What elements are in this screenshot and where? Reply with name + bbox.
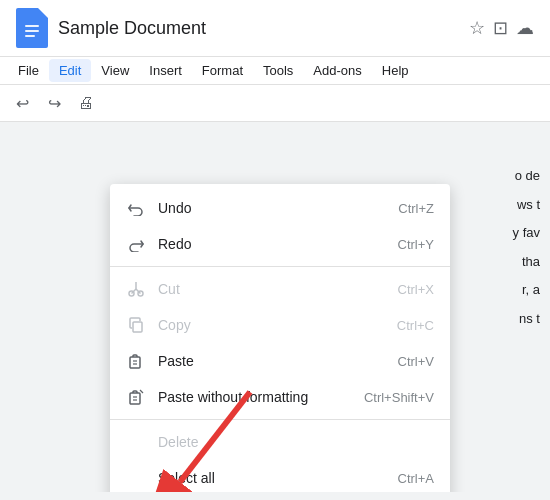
paste-shortcut: Ctrl+V <box>398 354 434 369</box>
star-icon[interactable]: ☆ <box>469 17 485 39</box>
cut-shortcut: Ctrl+X <box>398 282 434 297</box>
document-title: Sample Document <box>58 18 469 39</box>
paste-no-format-shortcut: Ctrl+Shift+V <box>364 390 434 405</box>
toolbar: ↩ ↪ 🖨 <box>0 85 550 122</box>
cut-icon <box>126 279 146 299</box>
cut-label: Cut <box>158 281 358 297</box>
menu-bar: File Edit View Insert Format Tools Add-o… <box>0 57 550 85</box>
copy-icon <box>126 315 146 335</box>
app-icon <box>16 8 48 48</box>
undo-menu-icon <box>126 198 146 218</box>
menu-format[interactable]: Format <box>192 59 253 82</box>
menu-tools[interactable]: Tools <box>253 59 303 82</box>
menu-help[interactable]: Help <box>372 59 419 82</box>
menu-insert[interactable]: Insert <box>139 59 192 82</box>
redo-button[interactable]: ↪ <box>40 89 68 117</box>
paste-format-icon <box>126 387 146 407</box>
select-all-icon <box>126 468 146 488</box>
undo-label: Undo <box>158 200 358 216</box>
svg-rect-5 <box>133 322 142 332</box>
undo-button[interactable]: ↩ <box>8 89 36 117</box>
title-icons: ☆ ⊡ ☁ <box>469 17 534 39</box>
svg-rect-9 <box>130 393 140 404</box>
title-bar: Sample Document ☆ ⊡ ☁ <box>0 0 550 57</box>
delete-label: Delete <box>158 434 394 450</box>
divider-1 <box>110 266 450 267</box>
menu-item-copy[interactable]: Copy Ctrl+C <box>110 307 450 343</box>
redo-menu-icon <box>126 234 146 254</box>
copy-shortcut: Ctrl+C <box>397 318 434 333</box>
undo-icon: ↩ <box>16 94 29 113</box>
redo-icon: ↪ <box>48 94 61 113</box>
svg-rect-6 <box>130 357 140 368</box>
menu-addons[interactable]: Add-ons <box>303 59 371 82</box>
select-all-label: Select all <box>158 470 358 486</box>
menu-item-paste-no-format[interactable]: Paste without formatting Ctrl+Shift+V <box>110 379 450 415</box>
menu-item-redo[interactable]: Redo Ctrl+Y <box>110 226 450 262</box>
paste-icon <box>126 351 146 371</box>
copy-label: Copy <box>158 317 357 333</box>
redo-label: Redo <box>158 236 358 252</box>
delete-icon <box>126 432 146 452</box>
edit-dropdown-menu: Undo Ctrl+Z Redo Ctrl+Y <box>110 184 450 492</box>
svg-line-12 <box>140 390 143 393</box>
menu-file[interactable]: File <box>8 59 49 82</box>
paste-label: Paste <box>158 353 358 369</box>
menu-edit[interactable]: Edit <box>49 59 91 82</box>
document-area: o de ws t y fav tha r, a ns t Undo Ctrl+… <box>0 122 550 492</box>
print-button[interactable]: 🖨 <box>72 89 100 117</box>
paste-no-format-label: Paste without formatting <box>158 389 324 405</box>
menu-view[interactable]: View <box>91 59 139 82</box>
redo-shortcut: Ctrl+Y <box>398 237 434 252</box>
menu-item-select-all[interactable]: Select all Ctrl+A <box>110 460 450 492</box>
menu-item-delete[interactable]: Delete <box>110 424 450 460</box>
folder-icon[interactable]: ⊡ <box>493 17 508 39</box>
cloud-icon[interactable]: ☁ <box>516 17 534 39</box>
print-icon: 🖨 <box>78 94 94 112</box>
select-all-shortcut: Ctrl+A <box>398 471 434 486</box>
menu-item-cut[interactable]: Cut Ctrl+X <box>110 271 450 307</box>
divider-2 <box>110 419 450 420</box>
menu-item-undo[interactable]: Undo Ctrl+Z <box>110 190 450 226</box>
undo-shortcut: Ctrl+Z <box>398 201 434 216</box>
doc-content-right: o de ws t y fav tha r, a ns t <box>513 162 540 334</box>
menu-item-paste[interactable]: Paste Ctrl+V <box>110 343 450 379</box>
